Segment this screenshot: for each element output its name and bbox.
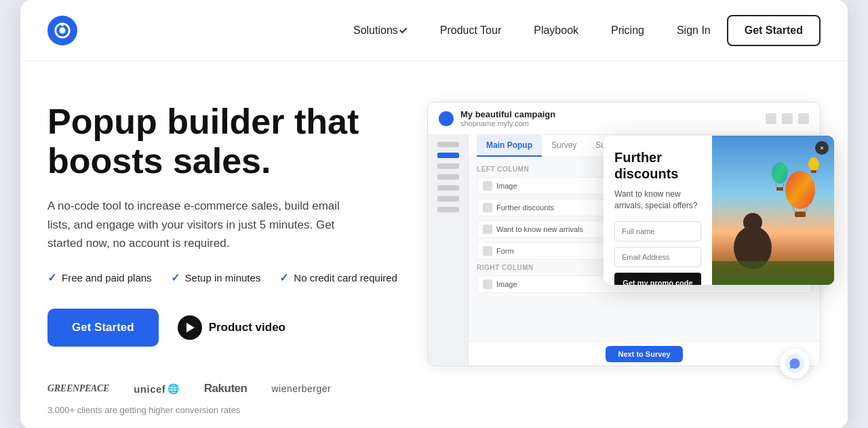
sign-in-button[interactable]: Sign In bbox=[677, 24, 711, 37]
logo-greenpeace: GREENPEACE bbox=[47, 383, 109, 394]
app-header: My beautiful campaign shopname.myfy.com bbox=[428, 102, 820, 135]
popup-overlay: Further discounts Want to know new arriv… bbox=[604, 136, 834, 285]
clients-text: 3.000+ clients are getting higher conver… bbox=[47, 405, 400, 415]
svg-rect-2 bbox=[61, 22, 64, 26]
chat-bubble-button[interactable] bbox=[780, 349, 810, 378]
svg-rect-13 bbox=[776, 187, 783, 191]
partner-logos: GREENPEACE unicef🌐 Rakuten wienerberger bbox=[47, 382, 400, 395]
svg-point-5 bbox=[743, 213, 762, 232]
logo-unicef: unicef🌐 bbox=[134, 383, 180, 395]
app-mockup-container: My beautiful campaign shopname.myfy.com bbox=[427, 102, 821, 387]
sidebar-icon-5 bbox=[437, 185, 459, 191]
popup-image bbox=[712, 136, 834, 285]
app-campaign-url: shopname.myfy.com bbox=[460, 119, 555, 128]
logo[interactable] bbox=[47, 16, 77, 45]
popup-email-input[interactable] bbox=[614, 247, 701, 267]
sidebar-icon-6 bbox=[437, 196, 459, 201]
app-campaign-title: My beautiful campaign bbox=[460, 109, 555, 119]
svg-point-6 bbox=[785, 171, 815, 209]
content-row-icon bbox=[483, 279, 492, 289]
popup-scene bbox=[712, 136, 834, 285]
app-mockup: My beautiful campaign shopname.myfy.com bbox=[427, 102, 821, 387]
svg-point-14 bbox=[808, 157, 819, 171]
content-row-icon bbox=[483, 246, 492, 256]
checkmark-icon: ✓ bbox=[47, 271, 56, 284]
popup-title: Further discounts bbox=[614, 149, 701, 182]
next-to-survey-button[interactable]: Next to Survey bbox=[606, 346, 682, 362]
hero-cta: Get Started Product video bbox=[47, 309, 400, 347]
app-header-icon-3 bbox=[798, 113, 809, 124]
app-header-icon-1 bbox=[766, 113, 776, 124]
app-logo-small bbox=[439, 111, 454, 126]
checkmark-icon: ✓ bbox=[279, 271, 288, 284]
logo-icon bbox=[54, 22, 71, 39]
navbar: Solutions Product Tour Playbook Pricing … bbox=[20, 0, 848, 61]
hero-checks: ✓ Free and paid plans ✓ Setup in minutes… bbox=[47, 271, 400, 284]
play-button-icon bbox=[178, 315, 202, 340]
check-no-credit-card: ✓ No credit card required bbox=[279, 271, 397, 284]
sidebar-icon-3 bbox=[437, 163, 459, 169]
nav-item-playbook[interactable]: Playbook bbox=[534, 24, 578, 37]
nav-get-started-button[interactable]: Get Started bbox=[727, 15, 821, 46]
tab-main-popup[interactable]: Main Popup bbox=[477, 135, 542, 157]
hero-subtitle: A no-code tool to increase e-commerce sa… bbox=[47, 197, 359, 252]
hero-left: Popup builder that boosts sales. A no-co… bbox=[47, 102, 400, 415]
nav-item-pricing[interactable]: Pricing bbox=[611, 24, 644, 37]
logo-wienerberger: wienerberger bbox=[271, 383, 331, 394]
check-free-plans: ✓ Free and paid plans bbox=[47, 271, 152, 284]
app-header-icon-2 bbox=[782, 113, 793, 124]
chevron-down-icon bbox=[399, 25, 407, 33]
nav-item-product-tour[interactable]: Product Tour bbox=[440, 24, 501, 37]
sidebar-icon-2 bbox=[437, 153, 459, 158]
hero-get-started-button[interactable]: Get Started bbox=[47, 309, 159, 347]
nav-actions: Sign In Get Started bbox=[677, 15, 821, 46]
content-row-icon bbox=[483, 181, 492, 191]
popup-submit-button[interactable]: Get my promo code bbox=[614, 273, 701, 285]
content-row-icon bbox=[483, 203, 492, 212]
svg-rect-9 bbox=[795, 212, 806, 217]
nav-links: Solutions Product Tour Playbook Pricing bbox=[353, 24, 644, 37]
hero-section: Popup builder that boosts sales. A no-co… bbox=[20, 61, 848, 428]
product-video-link[interactable]: Product video bbox=[178, 315, 285, 340]
scene-svg bbox=[712, 136, 834, 285]
check-setup: ✓ Setup in minutes bbox=[171, 271, 261, 284]
popup-close-button[interactable]: × bbox=[815, 141, 829, 155]
checkmark-icon: ✓ bbox=[171, 271, 180, 284]
chat-icon bbox=[785, 354, 804, 373]
app-sidebar bbox=[428, 135, 469, 366]
app-bottom-bar: Next to Survey bbox=[469, 341, 820, 366]
svg-rect-16 bbox=[712, 261, 834, 285]
chat-svg-icon bbox=[789, 357, 801, 370]
tab-survey[interactable]: Survey bbox=[542, 135, 586, 157]
hero-title: Popup builder that boosts sales. bbox=[47, 102, 400, 180]
logo-rakuten: Rakuten bbox=[204, 382, 248, 395]
svg-point-1 bbox=[59, 27, 65, 33]
popup-form: Further discounts Want to know new arriv… bbox=[604, 136, 712, 285]
sidebar-icon-1 bbox=[437, 142, 459, 147]
sidebar-icon-7 bbox=[437, 207, 459, 212]
sidebar-icon-4 bbox=[437, 174, 459, 180]
popup-fullname-input[interactable] bbox=[614, 221, 701, 241]
svg-point-10 bbox=[772, 162, 788, 184]
content-row-icon bbox=[483, 225, 492, 234]
svg-rect-15 bbox=[811, 170, 816, 173]
page-wrapper: Solutions Product Tour Playbook Pricing … bbox=[20, 0, 848, 428]
popup-subtitle: Want to know new arrivals, special offer… bbox=[614, 189, 701, 212]
nav-item-solutions[interactable]: Solutions bbox=[353, 24, 408, 37]
